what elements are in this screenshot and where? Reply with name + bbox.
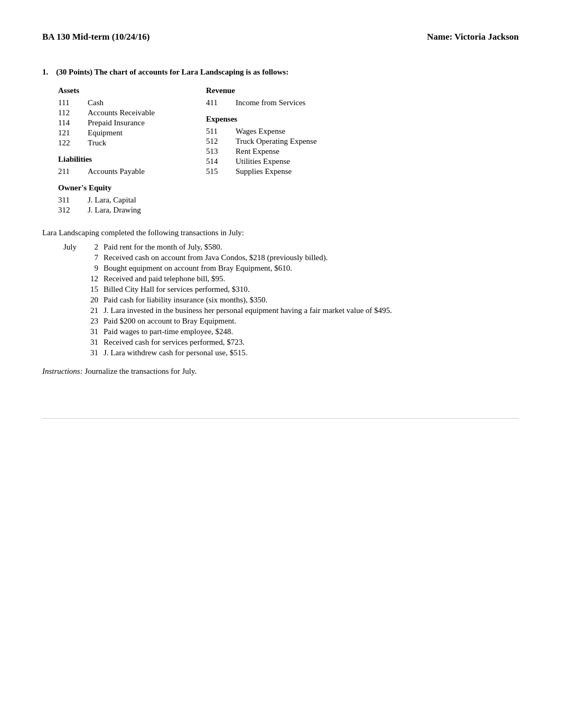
transaction-description: Paid $200 on account to Bray Equipment.	[104, 317, 519, 326]
transaction-month	[63, 338, 83, 347]
liabilities-list: 211Accounts Payable	[58, 167, 174, 176]
account-name: Accounts Receivable	[88, 108, 155, 117]
transactions-list: July 2 Paid rent for the month of July, …	[63, 243, 519, 357]
transaction-description: J. Lara withdrew cash for personal use, …	[104, 348, 519, 357]
transaction-description: J. Lara invested in the business her per…	[104, 306, 519, 315]
transaction-description: Received cash for services performed, $7…	[104, 338, 519, 347]
list-item: 31 J. Lara withdrew cash for personal us…	[63, 348, 519, 357]
transaction-day: 2	[83, 243, 98, 252]
question-points: (30 Points)	[56, 68, 92, 76]
account-name: Prepaid Insurance	[88, 118, 145, 127]
assets-list: 111Cash112Accounts Receivable114Prepaid …	[58, 98, 174, 148]
transaction-day: 9	[83, 264, 98, 273]
list-item: 31 Received cash for services performed,…	[63, 338, 519, 347]
account-number: 111	[58, 98, 78, 107]
transaction-day: 31	[83, 338, 98, 347]
transaction-day: 31	[83, 348, 98, 357]
list-item: 514Utilities Expense	[206, 157, 322, 166]
account-name: Truck	[88, 139, 106, 148]
account-number: 514	[206, 157, 226, 166]
account-number: 411	[206, 98, 226, 107]
student-name: Name: Victoria Jackson	[427, 32, 519, 42]
transaction-day: 20	[83, 296, 98, 305]
question-heading: 1. (30 Points) The chart of accounts for…	[42, 68, 519, 77]
transaction-day: 31	[83, 327, 98, 336]
chart-of-accounts: Assets 111Cash112Accounts Receivable114P…	[58, 86, 519, 216]
account-number: 515	[206, 167, 226, 176]
instructions-label: Instructions:	[42, 367, 83, 375]
transaction-description: Paid rent for the month of July, $580.	[104, 243, 519, 252]
list-item: 311J. Lara, Capital	[58, 196, 174, 205]
account-name: Equipment	[88, 128, 123, 137]
list-item: 121Equipment	[58, 128, 174, 137]
transaction-day: 23	[83, 317, 98, 326]
assets-header: Assets	[58, 86, 174, 95]
list-item: 114Prepaid Insurance	[58, 118, 174, 127]
transaction-description: Billed City Hall for services performed,…	[104, 285, 519, 294]
account-number: 511	[206, 127, 226, 136]
account-number: 513	[206, 147, 226, 156]
list-item: 7 Received cash on account from Java Con…	[63, 253, 519, 262]
account-name: Accounts Payable	[88, 167, 145, 176]
list-item: 512Truck Operating Expense	[206, 137, 322, 146]
list-item: 511Wages Expense	[206, 127, 322, 136]
instructions-text: Journalize the transactions for July.	[85, 367, 197, 375]
transaction-day: 7	[83, 253, 98, 262]
transaction-month: July	[63, 243, 83, 252]
transaction-month	[63, 285, 83, 294]
expenses-header: Expenses	[206, 115, 322, 124]
account-name: J. Lara, Drawing	[88, 206, 141, 215]
list-item: 21 J. Lara invested in the business her …	[63, 306, 519, 315]
transaction-month	[63, 306, 83, 315]
revenue-list: 411Income from Services	[206, 98, 322, 107]
transaction-month	[63, 253, 83, 262]
question-description: The chart of accounts for Lara Landscapi…	[94, 68, 288, 76]
transaction-month	[63, 348, 83, 357]
account-name: Income from Services	[236, 98, 305, 107]
account-name: Cash	[88, 98, 104, 107]
transaction-day: 12	[83, 274, 98, 283]
transaction-day: 21	[83, 306, 98, 315]
owners-equity-header: Owner's Equity	[58, 183, 174, 192]
list-item: 513Rent Expense	[206, 147, 322, 156]
list-item: 122Truck	[58, 139, 174, 148]
transaction-month	[63, 296, 83, 305]
list-item: 111Cash	[58, 98, 174, 107]
expenses-list: 511Wages Expense512Truck Operating Expen…	[206, 127, 322, 176]
account-number: 122	[58, 139, 78, 148]
list-item: 23 Paid $200 on account to Bray Equipmen…	[63, 317, 519, 326]
account-number: 512	[206, 137, 226, 146]
account-number: 112	[58, 108, 78, 117]
account-name: J. Lara, Capital	[88, 196, 136, 205]
list-item: 15 Billed City Hall for services perform…	[63, 285, 519, 294]
transaction-description: Paid wages to part-time employee, $248.	[104, 327, 519, 336]
account-number: 121	[58, 128, 78, 137]
page-divider	[42, 418, 519, 419]
list-item: 312J. Lara, Drawing	[58, 206, 174, 215]
account-number: 312	[58, 206, 78, 215]
list-item: 112Accounts Receivable	[58, 108, 174, 117]
transaction-month	[63, 317, 83, 326]
account-name: Wages Expense	[236, 127, 285, 136]
transaction-month	[63, 264, 83, 273]
liabilities-header: Liabilities	[58, 155, 174, 164]
account-number: 311	[58, 196, 78, 205]
account-name: Utilities Expense	[236, 157, 290, 166]
transaction-month	[63, 327, 83, 336]
list-item: 9 Bought equipment on account from Bray …	[63, 264, 519, 273]
list-item: 211Accounts Payable	[58, 167, 174, 176]
transaction-description: Bought equipment on account from Bray Eq…	[104, 264, 519, 273]
question-number: 1.	[42, 68, 48, 76]
page-header: BA 130 Mid-term (10/24/16) Name: Victori…	[42, 32, 519, 42]
instructions: Instructions: Journalize the transaction…	[42, 367, 519, 376]
transaction-month	[63, 274, 83, 283]
list-item: 12 Received and paid telephone bill, $95…	[63, 274, 519, 283]
revenue-header: Revenue	[206, 86, 322, 95]
account-number: 114	[58, 118, 78, 127]
transaction-description: Received cash on account from Java Condo…	[104, 253, 519, 262]
list-item: 411Income from Services	[206, 98, 322, 107]
list-item: July 2 Paid rent for the month of July, …	[63, 243, 519, 252]
list-item: 31 Paid wages to part-time employee, $24…	[63, 327, 519, 336]
account-name: Rent Expense	[236, 147, 279, 156]
transaction-description: Received and paid telephone bill, $95.	[104, 274, 519, 283]
